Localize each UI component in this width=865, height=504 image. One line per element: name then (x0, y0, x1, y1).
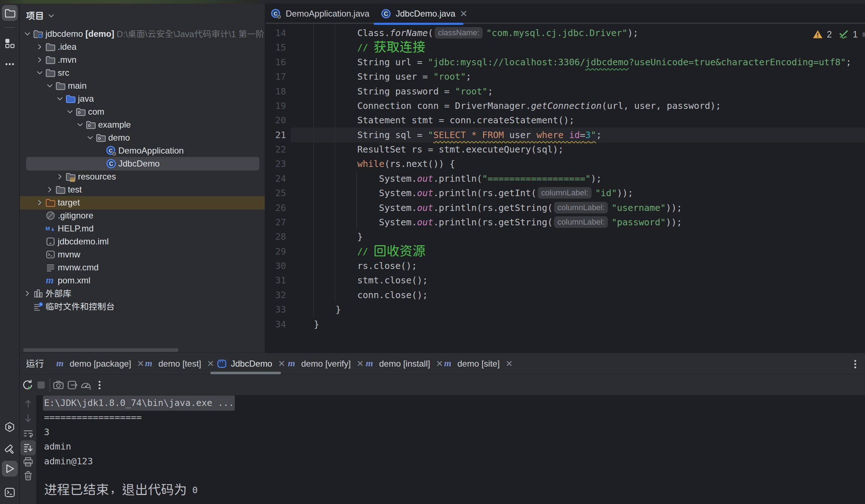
tree-item-pom.xml[interactable]: mpom.xml (20, 274, 265, 287)
project-button[interactable] (2, 5, 18, 21)
chevron-right-icon[interactable] (35, 42, 45, 52)
printer-button[interactable] (21, 454, 36, 469)
code-token: System. (314, 217, 417, 227)
editor-tab-JdbcDemo.java[interactable]: CJdbcDemo.java✕ (381, 4, 467, 24)
tree-item-gitignore[interactable]: .gitignore (20, 209, 265, 222)
profiler-icon[interactable] (79, 379, 93, 391)
close-icon[interactable]: ✕ (460, 8, 467, 19)
tree-item-demo[interactable]: demo (20, 131, 265, 144)
chevron-down-icon[interactable] (85, 133, 95, 143)
more-tool-windows-button[interactable] (2, 56, 18, 72)
code-line-28: } (314, 229, 363, 244)
tree-item-target[interactable]: target (20, 196, 265, 209)
close-icon[interactable]: ✕ (436, 359, 443, 369)
tree-item-com[interactable]: com (20, 105, 265, 118)
code-line-27: System.out.println(rs.getString(columnLa… (314, 215, 682, 230)
tree-item-external-libraries[interactable]: 外部库 (20, 287, 265, 300)
chevron-down-icon[interactable] (22, 29, 32, 39)
tree-item-main[interactable]: main (20, 79, 265, 92)
tree-item-jdbcdemo[interactable]: jdbcdemo [demo] D:\桌面\云安全\Java代码审计\1 第一阶… (20, 27, 265, 40)
scroll-end-button[interactable] (21, 440, 36, 455)
chevron-down-icon[interactable] (35, 68, 45, 78)
tree-item-label: .idea (58, 42, 76, 52)
tree-item-JdbcDemo[interactable]: CJdbcDemo (20, 157, 265, 170)
tree-item-mvnw[interactable]: mvnw (20, 248, 265, 261)
run-button[interactable] (2, 461, 18, 477)
chevron-right-icon[interactable] (22, 288, 32, 299)
export-icon[interactable] (65, 379, 79, 391)
close-icon[interactable]: ✕ (356, 359, 364, 369)
chevron-right-icon[interactable] (55, 172, 65, 182)
tree-item-test[interactable]: test (20, 183, 265, 196)
more-icon (4, 58, 16, 70)
terminal-button[interactable] (2, 485, 18, 500)
soft-wrap-button[interactable] (21, 426, 36, 441)
folder-excluded-icon (45, 197, 56, 208)
tree-item-jdbcdemo.iml[interactable]: jdbcdemo.iml (20, 235, 265, 248)
svg-text:C: C (109, 147, 113, 154)
close-icon[interactable]: ✕ (137, 359, 144, 369)
code-token: out (417, 173, 433, 184)
code-line-22: ResultSet rs = stmt.executeQuery(sql); (314, 142, 563, 157)
folder-resources-icon (65, 171, 76, 182)
build-button[interactable] (2, 442, 18, 457)
code-token: "password" (611, 217, 666, 227)
chevron-right-icon[interactable] (35, 55, 45, 65)
camera-icon[interactable] (52, 379, 65, 391)
code-line-26: System.out.println(rs.getString(columnLa… (314, 200, 682, 215)
line-number: 17 (266, 69, 286, 84)
more-options-icon[interactable] (850, 358, 861, 370)
project-horizontal-scrollbar[interactable] (23, 348, 178, 352)
svg-text:m: m (46, 275, 54, 286)
folder-package-icon (96, 132, 106, 143)
chevron-down-icon[interactable] (55, 94, 65, 104)
close-icon[interactable]: ✕ (278, 359, 285, 369)
tree-item-src[interactable]: src (20, 66, 265, 79)
console-output[interactable]: E:\JDK\jdk1.8.0_74\bin\java.exe ...=====… (36, 395, 865, 504)
tree-item-resources[interactable]: resources (20, 170, 265, 183)
kebab-icon[interactable] (93, 379, 106, 391)
arrow-up-button[interactable] (21, 396, 36, 411)
line-number: 29 (266, 244, 286, 259)
inspections-widget[interactable]: 2 1 (812, 29, 858, 40)
run-tab-demo [install][interactable]: mdemo [install]✕ (365, 353, 443, 374)
chevron-down-icon[interactable] (75, 120, 85, 130)
structure-button[interactable] (2, 35, 18, 51)
tree-item-HELP.md[interactable]: MHELP.md (20, 222, 265, 235)
run-tab-demo [package][interactable]: mdemo [package]✕ (55, 353, 144, 374)
tree-item-label: mvnw.cmd (58, 262, 98, 273)
tree-item-mvn[interactable]: .mvn (20, 53, 265, 66)
project-panel-title: 项目 (26, 10, 44, 21)
code-token: forName (390, 28, 428, 38)
stop-icon[interactable] (34, 379, 48, 391)
terminal-icon (4, 486, 16, 499)
chevron-right-icon[interactable] (35, 198, 45, 208)
services-button[interactable] (2, 419, 18, 435)
tree-item-DemoApplication[interactable]: CDemoApplication (20, 144, 265, 157)
libraries-icon (33, 288, 44, 299)
editor-tab-bar: CDemoApplication.javaCJdbcDemo.java✕ (266, 4, 865, 24)
chevron-down-icon[interactable] (45, 81, 55, 91)
tree-item-example[interactable]: example (20, 118, 265, 131)
close-icon[interactable]: ✕ (505, 359, 513, 369)
code-line-15: // 获取连接 (314, 40, 426, 55)
run-tab-demo [verify][interactable]: mdemo [verify]✕ (287, 353, 364, 374)
run-tab-demo [test][interactable]: mdemo [test]✕ (144, 353, 214, 374)
arrow-down-button[interactable] (21, 411, 36, 426)
tree-item-scratches[interactable]: 临时文件和控制台 (20, 300, 265, 313)
rerun-icon[interactable] (21, 379, 34, 391)
project-panel-header[interactable]: 项目 (26, 7, 56, 25)
trash-button[interactable] (21, 468, 36, 483)
code-line-14: Class.forName(className:"com.mysql.cj.jd… (314, 26, 638, 40)
tree-item-label: pom.xml (58, 275, 91, 286)
tree-item-idea[interactable]: .idea (20, 40, 265, 53)
chevron-down-icon[interactable] (65, 107, 75, 117)
close-icon[interactable]: ✕ (207, 359, 214, 369)
chevron-right-icon[interactable] (45, 185, 55, 195)
tree-item-java[interactable]: java (20, 92, 265, 105)
maven-icon: m (144, 358, 155, 369)
editor-tab-DemoApplication.java[interactable]: CDemoApplication.java (271, 4, 369, 24)
run-tab-JdbcDemo[interactable]: JdbcDemo✕ (216, 353, 285, 374)
tree-item-mvnw.cmd[interactable]: mvnw.cmd (20, 261, 265, 274)
run-tab-demo [site][interactable]: mdemo [site]✕ (443, 353, 513, 374)
